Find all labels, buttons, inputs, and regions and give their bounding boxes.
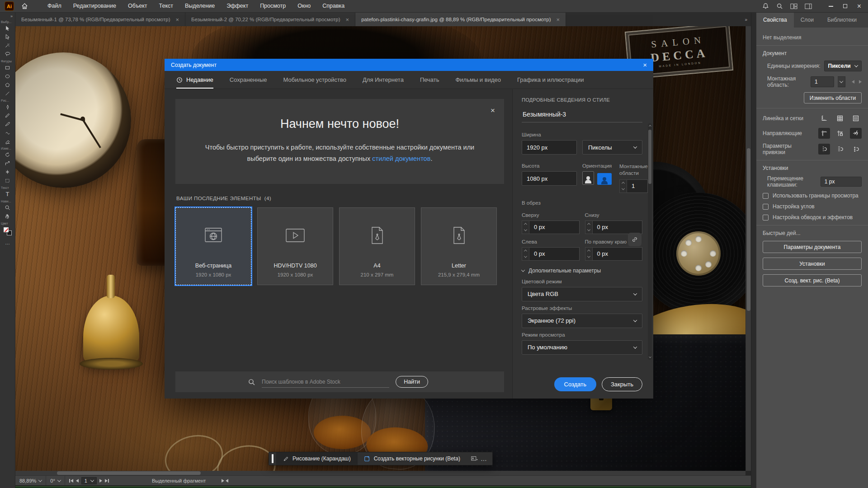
document-name-input[interactable]: Безымянный-3: [522, 108, 642, 122]
brush-tool[interactable]: [1, 120, 14, 128]
dot-grid-icon[interactable]: [850, 113, 862, 124]
doc-tab-2[interactable]: Безымянный-2 @ 70,22 % (RGB/Предваритель…: [185, 13, 355, 26]
panel-layout-icon[interactable]: [805, 3, 812, 9]
ellipse-tool[interactable]: [1, 72, 14, 80]
artboard-select-chevron[interactable]: [838, 76, 845, 87]
hand-tool[interactable]: [1, 212, 14, 221]
doc-tab-1[interactable]: Безымянный-1 @ 73,78 % (RGB/Предваритель…: [15, 13, 185, 26]
bleed-bottom-stepper[interactable]: [585, 221, 593, 234]
doc-tab-2-close-icon[interactable]: ×: [346, 16, 349, 23]
checkbox-icon[interactable]: [763, 193, 769, 199]
menu-edit[interactable]: Редактирование: [67, 0, 122, 12]
status-arrows[interactable]: [217, 476, 232, 485]
pencil-tool[interactable]: [1, 111, 14, 120]
minimize-button[interactable]: [824, 0, 838, 12]
menu-effect[interactable]: Эффект: [221, 0, 254, 12]
first-artboard-icon[interactable]: [69, 479, 73, 483]
use-preview-bounds-row[interactable]: Использовать границы просмотра: [763, 192, 862, 199]
zoom-level-control[interactable]: 88,89%: [15, 476, 46, 485]
bell-icon[interactable]: [762, 3, 769, 9]
magic-wand-tool[interactable]: [1, 41, 14, 50]
artboard-number-select[interactable]: 1: [81, 477, 97, 484]
units-select[interactable]: Пиксели: [824, 61, 862, 71]
bleed-right-input[interactable]: 0 px: [593, 247, 643, 261]
checkbox-icon[interactable]: [763, 204, 769, 210]
horizontal-scroll-thumb[interactable]: [57, 471, 201, 475]
next-artboard-icon[interactable]: [99, 479, 102, 483]
line-tool[interactable]: [1, 89, 14, 98]
color-mode-select[interactable]: Цвета RGB: [522, 287, 642, 301]
hero-close-icon[interactable]: ×: [491, 106, 495, 115]
scroll-thumb[interactable]: [648, 130, 651, 184]
bleed-top-input[interactable]: 0 px: [529, 221, 580, 234]
zoom-tool[interactable]: [1, 203, 14, 212]
snap-point-icon[interactable]: [818, 144, 830, 155]
selection-tool[interactable]: [1, 24, 14, 33]
show-guides-icon[interactable]: [818, 128, 830, 139]
height-input[interactable]: 1080 px: [522, 171, 577, 186]
menu-select[interactable]: Выделение: [179, 0, 221, 12]
lasso-tool[interactable]: [1, 50, 14, 58]
ruler-icon[interactable]: [818, 113, 830, 124]
draw-pencil-button[interactable]: Рисование (Карандаш): [276, 452, 357, 465]
doc-tab-1-close-icon[interactable]: ×: [176, 16, 179, 23]
doc-tab-3-close-icon[interactable]: ×: [556, 16, 560, 23]
scroll-up-icon[interactable]: [648, 123, 651, 128]
artboards-input[interactable]: 1: [627, 179, 648, 193]
export-image-icon[interactable]: [471, 456, 478, 462]
card-hdv-1080[interactable]: HDV/HDTV 1080 868 x 488 px: [257, 207, 333, 285]
raster-effects-select[interactable]: Экранное (72 ppi): [522, 314, 642, 328]
width-tool[interactable]: [1, 168, 14, 176]
tab-layers[interactable]: Слои: [794, 13, 821, 28]
workspace-icon[interactable]: [790, 3, 797, 9]
menu-help[interactable]: Справка: [316, 0, 350, 12]
checkbox-icon[interactable]: [763, 215, 769, 221]
bleed-top-stepper[interactable]: [522, 221, 529, 234]
tab-film-video[interactable]: Фильмы и видео: [455, 71, 500, 89]
rotation-control[interactable]: 0°: [46, 476, 65, 485]
snap-grid-icon[interactable]: [834, 144, 846, 155]
taskbar-drag-handle[interactable]: [272, 454, 274, 463]
tab-libraries[interactable]: Библиотеки: [821, 13, 863, 28]
width-input[interactable]: 1920 px: [522, 140, 577, 155]
snap-to-glyph-icon[interactable]: [850, 128, 862, 139]
type-tool[interactable]: T: [1, 190, 14, 198]
canvas-vertical-scrollbar[interactable]: [745, 26, 751, 471]
stroke-effects-row[interactable]: Настройка обводок и эффектов: [763, 214, 862, 221]
preferences-button[interactable]: Установки: [763, 258, 862, 270]
create-button[interactable]: Создать: [554, 377, 596, 391]
tab-art-illustration[interactable]: Графика и иллюстрации: [517, 71, 584, 89]
menu-file[interactable]: Файл: [42, 0, 67, 12]
fill-stroke-swatches[interactable]: [4, 227, 12, 235]
orientation-portrait-button[interactable]: [582, 171, 594, 185]
tab-mobile[interactable]: Мобильное устройство: [283, 71, 347, 89]
edit-artboards-button[interactable]: Изменить области: [804, 92, 862, 103]
bleed-left-stepper[interactable]: [522, 247, 529, 261]
menu-type[interactable]: Текст: [153, 0, 179, 12]
prev-artboard-icon[interactable]: [76, 479, 79, 483]
fill-swatch[interactable]: [4, 227, 9, 232]
scale-tool[interactable]: [1, 159, 14, 168]
find-button[interactable]: Найти: [396, 376, 428, 388]
grid-icon[interactable]: [834, 113, 846, 124]
document-styles-link[interactable]: стилей документов: [372, 155, 430, 162]
card-web-page[interactable]: Веб-страница 868 x 488 px: [175, 207, 251, 285]
document-setup-button[interactable]: Параметры документа: [763, 241, 862, 253]
lock-guides-icon[interactable]: [834, 128, 846, 139]
menu-object[interactable]: Объект: [122, 0, 153, 12]
corner-settings-row[interactable]: Настройка углов: [763, 203, 862, 210]
bleed-right-stepper[interactable]: [585, 247, 593, 261]
rotate-tool[interactable]: [1, 150, 14, 159]
tab-properties[interactable]: Свойства: [756, 13, 794, 28]
pen-tool[interactable]: [1, 103, 14, 111]
orientation-landscape-button[interactable]: [597, 173, 612, 185]
menu-window[interactable]: Окно: [292, 0, 316, 12]
rectangle-tool[interactable]: [1, 63, 14, 72]
direct-selection-tool[interactable]: [1, 33, 14, 41]
preview-mode-select[interactable]: По умолчанию: [522, 340, 642, 355]
free-transform-tool[interactable]: [1, 176, 14, 185]
tab-web[interactable]: Для Интернета: [363, 71, 404, 89]
bleed-bottom-input[interactable]: 0 px: [593, 221, 643, 234]
generate-vectors-button[interactable]: Создать векторные рисунки (Beta): [357, 452, 467, 465]
bleed-left-input[interactable]: 0 px: [529, 247, 580, 261]
